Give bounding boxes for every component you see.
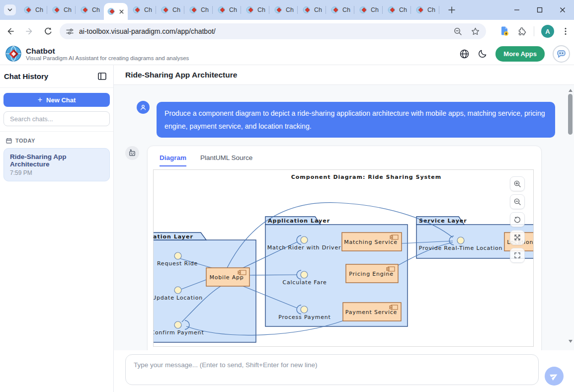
minimize-button[interactable] [505,0,528,20]
component-pricing-engine: Pricing Engine [346,264,398,283]
bookmark-star-icon[interactable] [471,27,480,36]
tab-favicon-icon [359,6,367,14]
zoom-indicator-icon[interactable] [453,27,463,36]
url-text[interactable]: ai-toolbox.visual-paradigm.com/app/chatb… [79,27,453,35]
tab-label: Ch [371,6,379,13]
tab-label: Ch [64,6,72,13]
browser-tab[interactable]: Ch [298,1,326,18]
svg-text:Request Ride: Request Ride [157,260,198,267]
collapse-panel-icon[interactable] [98,73,106,80]
browser-tab[interactable]: Ch [128,1,156,18]
maximize-button[interactable] [528,0,551,20]
browser-tab[interactable]: Ch [411,1,439,18]
send-button[interactable] [545,367,564,386]
new-chat-button[interactable]: + New Chat [3,93,110,107]
diagram-canvas[interactable]: Component Diagram: Ride Sharing System P… [153,169,534,347]
component-mobile-app: Mobile App [206,268,249,286]
tab-close-icon[interactable] [118,8,125,15]
svg-text:Mobile App: Mobile App [209,274,244,281]
browser-tab[interactable]: Ch [47,1,76,18]
package-presentation-layer: Presentation Layer [154,233,256,342]
reset-view-button[interactable] [510,212,525,227]
search-chats-input[interactable] [3,111,110,126]
menu-kebab-icon[interactable] [561,27,570,36]
browser-tab[interactable]: Ch [241,1,269,18]
component-payment-service: Payment Service [343,303,401,321]
tab-diagram[interactable]: Diagram [160,154,186,166]
browser-tab[interactable]: Ch [354,1,383,18]
browser-toolbar: ai-toolbox.visual-paradigm.com/app/chatb… [0,20,574,43]
tab-label: Ch [172,6,180,13]
dark-mode-moon-icon[interactable] [478,49,488,59]
tab-favicon-icon [133,6,141,14]
page-title: Ride-Sharing App Architecture [125,71,237,79]
tab-favicon-icon [416,6,424,14]
scroll-up-icon[interactable] [569,89,573,92]
browser-tab[interactable]: Ch [76,1,104,18]
tab-favicon-icon [161,6,169,14]
tab-favicon-icon [331,6,339,14]
tab-favicon-icon [303,6,311,14]
back-button[interactable] [2,23,19,40]
reload-button[interactable] [40,23,57,40]
app-subtitle: Visual Paradigm AI Assistant for creatin… [26,55,189,61]
diagram-title: Component Diagram: Ride Sharing System [291,174,442,180]
user-avatar [137,101,150,114]
browser-tab-active[interactable] [104,3,128,20]
zoom-out-button[interactable] [510,194,525,209]
browser-tab[interactable]: Ch [19,1,47,18]
expand-button[interactable] [510,230,525,245]
plus-icon [448,6,455,13]
browser-tab[interactable]: Ch [156,1,184,18]
tab-label: Ch [342,6,350,13]
paper-plane-icon [550,372,559,381]
svg-text:Calculate Fare: Calculate Fare [282,279,327,286]
person-icon [140,104,147,111]
profile-avatar[interactable]: A [541,25,554,38]
chat-list-item[interactable]: Ride-Sharing App Architecture 7:59 PM [3,148,110,181]
tab-label: Ch [144,6,152,13]
omnibox[interactable]: ai-toolbox.visual-paradigm.com/app/chatb… [60,23,486,39]
tab-favicon-icon [246,6,254,14]
tab-label: Ch [92,6,100,13]
page-download-icon[interactable] [499,26,510,37]
browser-tab[interactable]: Ch [383,1,411,18]
extensions-puzzle-icon[interactable] [517,26,527,36]
browser-tab[interactable]: Ch [269,1,298,18]
scrollbar-thumb[interactable] [568,94,573,135]
chat-area: Produce a component diagram to depict a … [114,85,574,350]
tab-plantuml-source[interactable]: PlantUML Source [200,154,252,166]
user-message-bubble: Produce a component diagram to depict a … [157,102,555,138]
browser-window: ChChChChChChChChChChChChChCh ai-toolbox.… [0,0,574,392]
zoom-in-icon [513,180,521,188]
toolbar-separator [534,26,534,36]
robot-icon [128,149,136,157]
minimize-icon [514,7,520,13]
assistant-bubble-button[interactable] [553,45,570,63]
tab-label: Ch [399,6,407,13]
zoom-in-button[interactable] [510,176,525,191]
tab-label: Ch [427,6,435,13]
language-globe-icon[interactable] [459,49,470,59]
browser-tab[interactable]: Ch [213,1,241,18]
close-window-button[interactable] [551,0,574,20]
svg-text:Matching Service: Matching Service [344,239,398,245]
browser-tab[interactable]: Ch [326,1,354,18]
new-tab-button[interactable] [445,3,458,16]
close-icon [560,7,566,13]
tab-search-button[interactable] [4,4,16,15]
tab-favicon-icon [52,6,60,14]
message-input[interactable] [125,354,539,385]
bot-avatar [125,146,139,160]
more-apps-button[interactable]: More Apps [495,46,545,62]
svg-text:Match Rider with Driver: Match Rider with Driver [267,244,341,251]
browser-tab[interactable]: Ch [184,1,213,18]
chevron-down-icon [7,7,13,13]
forward-button[interactable] [21,23,38,40]
chat-scrollbar[interactable] [567,85,574,350]
svg-text:Provide Real-Time Location: Provide Real-Time Location [419,245,503,251]
tab-favicon-icon [189,6,197,14]
fullscreen-button[interactable] [510,248,525,263]
fullscreen-icon [513,251,521,259]
scroll-down-icon[interactable] [569,340,573,343]
